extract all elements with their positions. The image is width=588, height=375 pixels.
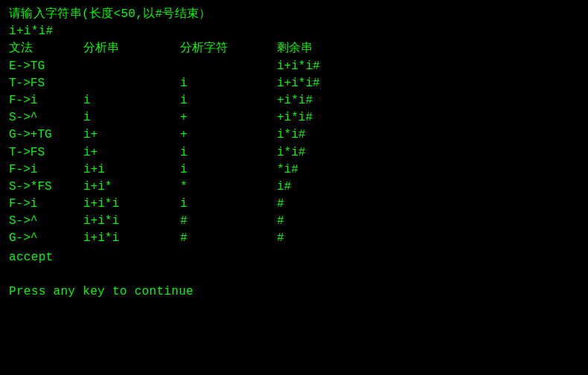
row-remainder: # (277, 230, 396, 247)
row-parse-string: i+ (83, 126, 180, 144)
row-grammar: S->^ (9, 109, 83, 126)
row-remainder: i+i*i# (277, 58, 396, 75)
row-parse-char: i (180, 144, 277, 161)
header-remainder: 剩余串 (277, 40, 396, 57)
table-header: 文法 分析串 分析字符 剩余串 (9, 40, 579, 57)
row-grammar: G->+TG (9, 126, 83, 144)
row-grammar: F->i (9, 161, 83, 179)
row-parse-string: i+ (83, 144, 180, 161)
row-remainder: *i# (277, 161, 396, 179)
row-grammar: F->i (9, 92, 83, 109)
row-remainder: i*i# (277, 144, 396, 161)
table-row: S->^ i+i*i # # (9, 213, 579, 230)
header-parse-char: 分析字符 (180, 40, 277, 57)
continue-prompt: Press any key to continue (9, 283, 579, 301)
table-row: T->FS i+ i i*i# (9, 144, 579, 161)
row-grammar: T->FS (9, 144, 83, 161)
row-parse-char: + (180, 126, 277, 144)
prompt-text: 请输入字符串(长度<50,以#号结束） (9, 6, 579, 23)
header-parse-string: 分析串 (83, 40, 180, 57)
table-row: S->^ i + +i*i# (9, 109, 579, 126)
row-parse-string (83, 58, 180, 75)
row-parse-char: * (180, 179, 277, 196)
row-parse-string: i (83, 92, 180, 109)
table-row: G->+TG i+ + i*i# (9, 126, 579, 144)
row-remainder: # (277, 213, 396, 230)
row-parse-char: # (180, 230, 277, 247)
row-remainder: i+i*i# (277, 75, 396, 92)
row-parse-string (83, 75, 180, 92)
row-parse-string: i+i* (83, 179, 180, 196)
row-grammar: E->TG (9, 58, 83, 75)
input-value: i+i*i# (9, 23, 579, 40)
row-parse-string: i+i*i (83, 230, 180, 247)
table-rows: E->TG i+i*i# T->FS i i+i*i# F->i i i +i*… (9, 58, 579, 248)
row-parse-char (180, 58, 277, 75)
table-row: G->^ i+i*i # # (9, 230, 579, 247)
table-row: F->i i i +i*i# (9, 92, 579, 109)
row-remainder: i*i# (277, 126, 396, 144)
row-parse-char: i (180, 196, 277, 213)
row-grammar: G->^ (9, 230, 83, 247)
row-grammar: F->i (9, 196, 83, 213)
row-remainder: i# (277, 179, 396, 196)
row-parse-char: i (180, 161, 277, 179)
table-row: F->i i+i*i i # (9, 196, 579, 213)
row-parse-string: i+i (83, 161, 180, 179)
row-parse-char: # (180, 213, 277, 230)
terminal-window: 请输入字符串(长度<50,以#号结束） i+i*i# 文法 分析串 分析字符 剩… (9, 6, 579, 369)
row-parse-string: i+i*i (83, 196, 180, 213)
row-parse-char: i (180, 92, 277, 109)
row-grammar: T->FS (9, 75, 83, 92)
table-row: F->i i+i i *i# (9, 161, 579, 179)
row-parse-char: + (180, 109, 277, 126)
table-row: T->FS i i+i*i# (9, 75, 579, 92)
header-grammar: 文法 (9, 40, 83, 57)
row-parse-char: i (180, 75, 277, 92)
row-grammar: S->*FS (9, 179, 83, 196)
table-row: E->TG i+i*i# (9, 58, 579, 75)
row-parse-string: i+i*i (83, 213, 180, 230)
table-row: S->*FS i+i* * i# (9, 179, 579, 196)
row-remainder: +i*i# (277, 109, 396, 126)
row-remainder: # (277, 196, 396, 213)
accept-line: accept (9, 249, 579, 266)
row-parse-string: i (83, 109, 180, 126)
blank-line (9, 266, 579, 283)
row-remainder: +i*i# (277, 92, 396, 109)
row-grammar: S->^ (9, 213, 83, 230)
